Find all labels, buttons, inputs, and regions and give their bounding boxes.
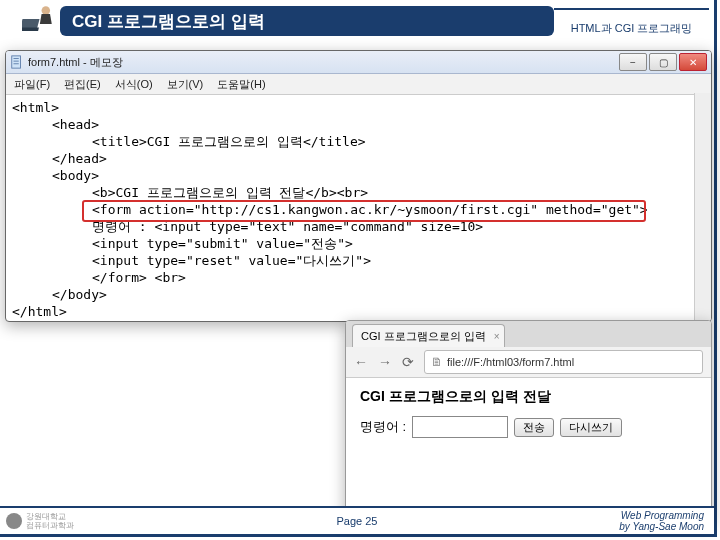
reload-icon[interactable]: ⟳: [402, 354, 414, 370]
command-label: 명령어 :: [360, 418, 406, 436]
submit-button[interactable]: 전송: [514, 418, 554, 437]
browser-toolbar: ← → ⟳ 🗎 file:///F:/html03/form7.html: [346, 347, 711, 378]
menu-view[interactable]: 보기(V): [167, 77, 204, 92]
maximize-button[interactable]: ▢: [649, 53, 677, 71]
slide-footer: 강원대학교 컴퓨터과학과 Page 25 Web Programming by …: [0, 506, 714, 534]
address-bar[interactable]: 🗎 file:///F:/html03/form7.html: [424, 350, 703, 374]
slide-subtitle: HTML과 CGI 프로그래밍: [554, 8, 709, 46]
laptop-person-icon: [22, 2, 56, 36]
tab-close-icon[interactable]: ×: [494, 331, 500, 342]
notepad-window: form7.html - 메모장 − ▢ ✕ 파일(F) 편집(E) 서식(O)…: [5, 50, 712, 322]
svg-rect-3: [12, 56, 21, 68]
notepad-app-icon: [10, 55, 24, 69]
reset-button[interactable]: 다시쓰기: [560, 418, 622, 437]
back-icon[interactable]: ←: [354, 354, 368, 370]
notepad-textarea[interactable]: <html> <head><title>CGI 프로그램으로의 입력</titl…: [6, 95, 711, 322]
window-controls: − ▢ ✕: [619, 53, 707, 71]
svg-point-2: [42, 6, 51, 15]
minimize-button[interactable]: −: [619, 53, 647, 71]
credit-text: Web Programming by Yang-Sae Moon: [619, 510, 704, 532]
slide-title: CGI 프로그램으로의 입력: [60, 6, 554, 36]
page-number: Page 25: [337, 515, 378, 527]
url-text: file:///F:/html03/form7.html: [447, 356, 574, 368]
menu-help[interactable]: 도움말(H): [217, 77, 265, 92]
notepad-menubar: 파일(F) 편집(E) 서식(O) 보기(V) 도움말(H): [6, 74, 711, 95]
logo-mark-icon: [6, 513, 22, 529]
scrollbar[interactable]: [694, 93, 711, 321]
page-heading: CGI 프로그램으로의 입력 전달: [360, 388, 697, 406]
tab-title: CGI 프로그램으로의 입력: [361, 329, 486, 344]
browser-window: CGI 프로그램으로의 입력 × ← → ⟳ 🗎 file:///F:/html…: [345, 320, 712, 522]
svg-rect-1: [22, 28, 39, 31]
notepad-titlebar: form7.html - 메모장 − ▢ ✕: [6, 51, 711, 74]
menu-file[interactable]: 파일(F): [14, 77, 50, 92]
slide-header: CGI 프로그램으로의 입력 HTML과 CGI 프로그래밍: [0, 0, 714, 40]
menu-format[interactable]: 서식(O): [115, 77, 153, 92]
university-logo: 강원대학교 컴퓨터과학과: [6, 512, 74, 530]
menu-edit[interactable]: 편집(E): [64, 77, 101, 92]
slide-icon: [18, 0, 60, 38]
command-input[interactable]: [412, 416, 508, 438]
browser-tabstrip: CGI 프로그램으로의 입력 ×: [346, 321, 711, 347]
close-button[interactable]: ✕: [679, 53, 707, 71]
forward-icon[interactable]: →: [378, 354, 392, 370]
rendered-page: CGI 프로그램으로의 입력 전달 명령어 : 전송 다시쓰기: [346, 378, 711, 448]
notepad-title-text: form7.html - 메모장: [28, 55, 123, 70]
file-icon: 🗎: [431, 355, 443, 369]
browser-tab[interactable]: CGI 프로그램으로의 입력 ×: [352, 324, 505, 347]
